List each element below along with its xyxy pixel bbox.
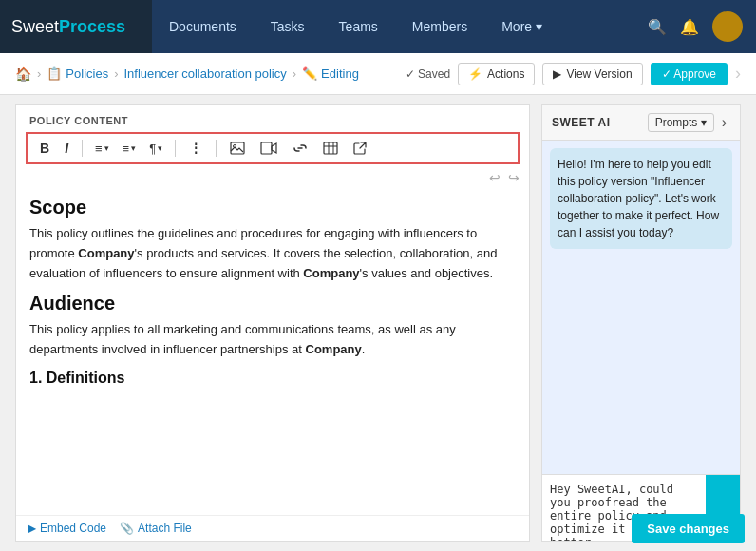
top-navigation: SweetProcess Documents Tasks Teams Membe…	[0, 0, 756, 53]
logo-text: SweetProcess	[11, 17, 125, 37]
toolbar-separator-3	[216, 140, 217, 157]
svg-rect-2	[261, 142, 272, 154]
attach-icon: 📎	[120, 522, 134, 535]
unordered-list-dropdown[interactable]: ≡▾	[119, 140, 141, 158]
italic-button[interactable]: I	[60, 139, 73, 158]
notification-icon[interactable]: 🔔	[680, 18, 699, 36]
breadcrumb-editing: ✏️ Editing	[302, 66, 359, 81]
ai-panel: SWEET AI Prompts ▾ › Hello! I'm here to …	[541, 104, 741, 542]
breadcrumb-sep-1: ›	[37, 66, 41, 81]
link-button[interactable]	[288, 142, 312, 155]
undo-button[interactable]: ↩	[489, 170, 501, 185]
ordered-list-dropdown[interactable]: ≡▾	[91, 140, 113, 158]
save-changes-button[interactable]: Save changes	[632, 514, 745, 543]
ai-message-bubble: Hello! I'm here to help you edit this po…	[550, 148, 732, 249]
ai-header-controls: Prompts ▾ ›	[648, 113, 730, 132]
nav-item-tasks[interactable]: Tasks	[254, 0, 322, 53]
audience-paragraph: This policy applies to all marketing and…	[29, 320, 516, 360]
ai-title: SWEET AI	[552, 116, 611, 129]
ai-prompts-button[interactable]: Prompts ▾	[648, 113, 714, 132]
nav-item-teams[interactable]: Teams	[322, 0, 395, 53]
ai-next-button[interactable]: ›	[718, 114, 730, 131]
paragraph-dropdown[interactable]: ¶▾	[145, 140, 166, 158]
editor-content-area[interactable]: Scope This policy outlines the guideline…	[16, 189, 529, 515]
svg-rect-0	[231, 142, 244, 154]
image-button[interactable]	[225, 140, 250, 157]
video-button[interactable]	[255, 140, 282, 157]
toolbar-separator-2	[175, 140, 176, 157]
bold-button[interactable]: B	[35, 139, 54, 158]
main-content-area: POLICY CONTENT B I ≡▾ ≡▾ ¶▾ ⋮	[0, 95, 756, 551]
definitions-heading: 1. Definitions	[29, 370, 516, 387]
breadcrumb-home[interactable]: 🏠	[15, 66, 31, 82]
search-icon[interactable]: 🔍	[648, 18, 667, 36]
nav-item-members[interactable]: Members	[395, 0, 484, 53]
more-options-icon[interactable]: ›	[735, 64, 741, 84]
save-changes-bar: Save changes	[620, 506, 756, 551]
breadcrumb-sep-3: ›	[293, 66, 296, 81]
policy-icon: 📋	[47, 66, 62, 81]
breadcrumb-actions: ✓ Saved ⚡ Actions ▶ View Version ✓ Appro…	[406, 63, 741, 86]
scope-paragraph: This policy outlines the guidelines and …	[29, 224, 516, 283]
view-version-button[interactable]: ▶ View Version	[542, 63, 642, 86]
more-options-button[interactable]: ⋮	[184, 139, 207, 158]
breadcrumb-page[interactable]: Influencer collaboration policy	[123, 66, 286, 81]
editor-footer: ▶ Embed Code 📎 Attach File	[16, 515, 529, 541]
actions-button[interactable]: ⚡ Actions	[458, 63, 535, 86]
embed-icon: ▶	[28, 522, 36, 535]
lightning-icon: ⚡	[468, 67, 482, 81]
version-icon: ▶	[553, 67, 561, 81]
external-link-button[interactable]	[349, 140, 371, 157]
logo[interactable]: SweetProcess	[0, 0, 152, 53]
table-button[interactable]	[318, 140, 343, 157]
nav-right-icons: 🔍 🔔	[634, 0, 756, 53]
ai-panel-header: SWEET AI Prompts ▾ ›	[542, 105, 740, 141]
nav-item-documents[interactable]: Documents	[152, 0, 254, 53]
editor-undo-redo: ↩ ↪	[16, 170, 529, 189]
editor-toolbar: B I ≡▾ ≡▾ ¶▾ ⋮	[26, 132, 520, 164]
audience-heading: Audience	[29, 293, 516, 314]
embed-code-button[interactable]: ▶ Embed Code	[28, 522, 106, 535]
policy-content-label: POLICY CONTENT	[16, 105, 529, 132]
editor-panel: POLICY CONTENT B I ≡▾ ≡▾ ¶▾ ⋮	[15, 104, 530, 542]
redo-button[interactable]: ↪	[508, 170, 520, 185]
attach-file-button[interactable]: 📎 Attach File	[120, 522, 192, 535]
toolbar-separator-1	[82, 140, 83, 157]
breadcrumb-policies[interactable]: 📋 Policies	[47, 66, 108, 81]
nav-item-more[interactable]: More ▾	[484, 0, 559, 53]
breadcrumb-bar: 🏠 › 📋 Policies › Influencer collaboratio…	[0, 53, 756, 95]
breadcrumb-sep-2: ›	[114, 66, 118, 81]
svg-rect-3	[324, 142, 337, 154]
ai-messages-area: Hello! I'm here to help you edit this po…	[542, 141, 740, 474]
nav-bar: Documents Tasks Teams Members More ▾ 🔍 🔔	[152, 0, 756, 53]
saved-status: ✓ Saved	[406, 67, 450, 81]
edit-icon: ✏️	[302, 66, 317, 81]
approve-button[interactable]: ✓ Approve	[651, 63, 728, 86]
scope-heading: Scope	[29, 197, 516, 218]
user-avatar[interactable]	[712, 11, 743, 42]
